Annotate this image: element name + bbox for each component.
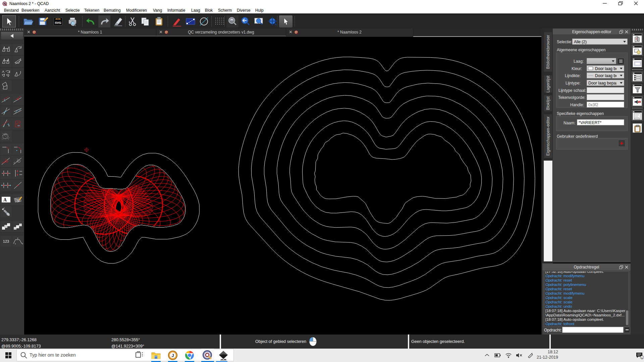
- svg-text:SVG: SVG: [55, 21, 61, 24]
- svg-text:2: 2: [17, 237, 18, 239]
- svg-text:1: 1: [15, 243, 16, 245]
- svg-text:J: J: [171, 353, 174, 358]
- svg-text:3: 3: [22, 243, 23, 245]
- svg-text:x: x: [8, 124, 10, 127]
- svg-text:1: 1: [641, 356, 643, 359]
- svg-text:123: 123: [3, 239, 9, 243]
- svg-text:A: A: [3, 197, 7, 202]
